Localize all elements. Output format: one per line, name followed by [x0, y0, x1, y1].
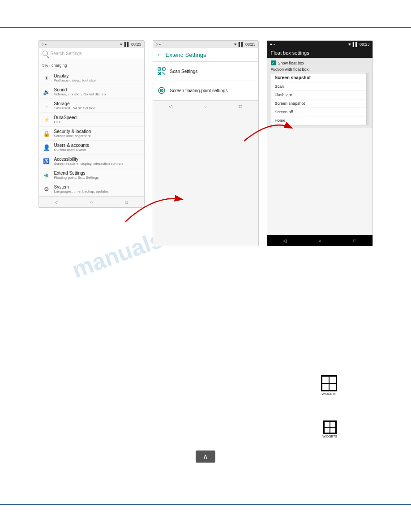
- show-float-row: ✓ Show float box: [271, 60, 369, 65]
- phone2-status-right: ✶ ▌▌ 08:23: [234, 42, 255, 47]
- float-list-item-scan[interactable]: Scan: [271, 82, 368, 91]
- widget-cell: [322, 384, 329, 390]
- search-icon: [43, 51, 48, 56]
- phone2-nav-bar: ◁ ○ □: [153, 100, 258, 112]
- duraspeed-sub: OFF: [54, 120, 141, 124]
- security-sub: Screen lock; fingerprint: [54, 134, 141, 138]
- sound-icon: 🔉: [43, 88, 51, 96]
- display-icon: ☀: [43, 74, 51, 82]
- phone3-content: ✓ Show float box Fuction with float box:…: [267, 58, 372, 128]
- scroll-indicator: [366, 73, 368, 125]
- phone1-left-icon: ○ ▪: [42, 42, 47, 47]
- phone2-status-bar: ○ ▪ ✶ ▌▌ 08:23: [153, 41, 258, 48]
- phone2-status-left: ○ ▪: [156, 42, 161, 47]
- back-arrow-icon[interactable]: ←: [157, 51, 163, 58]
- duraspeed-title: DuraSpeed: [54, 115, 141, 120]
- settings-item-security[interactable]: 🔒 Security & location Screen lock; finge…: [39, 127, 144, 141]
- phone1-status-left: ○ ▪: [42, 42, 47, 47]
- phone2-home-btn[interactable]: ○: [202, 103, 209, 109]
- float-list-item-screen-off[interactable]: Screen off: [271, 108, 368, 116]
- widget-cell: [330, 428, 335, 433]
- phone3-left-icon: ● ▪: [270, 42, 275, 47]
- widget-icon-1[interactable]: WIDGETS: [321, 375, 337, 395]
- users-icon: 👤: [43, 143, 51, 151]
- phone2-recents-btn[interactable]: □: [237, 103, 244, 109]
- phone3-back-btn[interactable]: ◁: [282, 237, 288, 244]
- show-float-label: Show float box: [278, 61, 304, 65]
- phone2-left-icon: ○ ▪: [156, 42, 161, 47]
- settings-item-extend[interactable]: ⊕ Extend Settings Floating-point, Sc... …: [39, 168, 144, 182]
- security-title: Security & location: [54, 129, 141, 134]
- charging-status: 5% · charging: [39, 59, 144, 71]
- display-sub: Wallpaper, sleep, font size: [54, 78, 141, 82]
- extend-item-scan[interactable]: Scan Settings: [153, 62, 258, 81]
- float-list-item-flashlight[interactable]: Flashlight: [271, 91, 368, 99]
- phone3-status-bar: ● ▪ ✶ ▌▌ 08:23: [267, 41, 372, 48]
- scroll-up-button[interactable]: ∧: [196, 450, 215, 463]
- sound-title: Sound: [54, 87, 141, 92]
- show-float-checkbox[interactable]: ✓: [271, 60, 276, 65]
- widget-cell: [330, 384, 336, 390]
- phone3-status-left: ● ▪: [270, 42, 275, 47]
- extend-title: Extend Settings: [54, 171, 141, 176]
- widget-cell: [322, 377, 329, 383]
- extend-item-float[interactable]: Screen floating-point settings: [153, 81, 258, 100]
- svg-rect-3: [159, 69, 160, 69]
- phone1-search-bar[interactable]: Search Settings: [39, 48, 144, 59]
- security-icon: 🔒: [43, 129, 51, 137]
- settings-item-accessibility[interactable]: ♿ Accessibility Screen readers, display,…: [39, 154, 144, 168]
- scan-settings-label: Scan Settings: [170, 69, 198, 74]
- top-decorative-line: [0, 27, 411, 28]
- phone1-home-btn[interactable]: ○: [88, 199, 94, 205]
- svg-line-6: [163, 72, 165, 75]
- accessibility-title: Accessibility: [54, 157, 141, 162]
- accessibility-icon: ♿: [43, 157, 51, 165]
- display-title: Display: [54, 73, 141, 78]
- phone1-back-btn[interactable]: ◁: [53, 199, 60, 205]
- duraspeed-icon: ⚡: [43, 116, 51, 124]
- settings-item-display[interactable]: ☀ Display Wallpaper, sleep, font size: [39, 71, 144, 85]
- float-list: Screen snapshot Scan Flashlight Screen s…: [271, 73, 369, 125]
- storage-icon: ≡: [43, 102, 51, 110]
- widget-icon-2[interactable]: WIDGETS: [322, 420, 337, 438]
- widget-cell: [325, 428, 330, 433]
- settings-item-duraspeed[interactable]: ⚡ DuraSpeed OFF: [39, 113, 144, 127]
- float-list-item-home[interactable]: Home: [271, 116, 368, 125]
- system-icon: ⚙: [43, 185, 51, 193]
- phone3-header: Float box settings: [267, 48, 372, 58]
- phone3-screen: ● ▪ ✶ ▌▌ 08:23 Float box settings ✓ Show…: [267, 40, 373, 246]
- phone3-recents-btn[interactable]: □: [351, 237, 358, 244]
- phone3-home-btn[interactable]: ○: [317, 237, 323, 244]
- settings-item-sound[interactable]: 🔉 Sound Volume, vibration, Do not distur…: [39, 85, 144, 99]
- float-list-item-screen-snapshot[interactable]: Screen snapshot: [271, 73, 368, 82]
- sound-sub: Volume, vibration, Do not disturb: [54, 92, 141, 96]
- accessibility-sub: Screen readers, display, interaction con…: [54, 162, 141, 166]
- float-settings-icon: [157, 86, 167, 95]
- scan-icon: [157, 66, 167, 76]
- widget-grid-2: [323, 420, 337, 434]
- extend-sub: Floating-point, Sc... Settings: [54, 176, 141, 180]
- extend-icon: ⊕: [43, 171, 51, 179]
- widget-cell: [330, 377, 336, 383]
- float-box-title: Float box settings: [271, 50, 369, 56]
- settings-item-storage[interactable]: ≡ Storage 14% used · 54.82 GB free: [39, 99, 144, 113]
- function-label: Fuction with float box:: [271, 67, 369, 72]
- users-title: Users & accounts: [54, 143, 141, 148]
- phone1-status-right: ✶ ▌▌ 08:23: [120, 42, 141, 47]
- system-title: System: [54, 184, 141, 189]
- settings-item-system[interactable]: ⚙ System Languages, time, backup, update…: [39, 182, 144, 196]
- phone1-recents-btn[interactable]: □: [123, 199, 129, 205]
- phone2-back-btn[interactable]: ◁: [167, 103, 174, 109]
- phone2-screen: ○ ▪ ✶ ▌▌ 08:23 ← Extend Settings: [153, 40, 259, 246]
- phone2-items-list: Scan Settings Screen floating-point sett…: [153, 62, 258, 100]
- svg-rect-4: [163, 69, 164, 69]
- widget-label-1: WIDGETS: [322, 392, 337, 395]
- settings-item-users[interactable]: 👤 Users & accounts Current user: Owner: [39, 141, 144, 154]
- widget-cell: [325, 422, 330, 427]
- users-sub: Current user: Owner: [54, 148, 141, 152]
- search-placeholder: Search Settings: [51, 51, 82, 56]
- float-settings-label: Screen floating-point settings: [170, 88, 228, 93]
- widget-label-2: WIDGETS: [322, 435, 337, 438]
- phone2-header: ← Extend Settings: [153, 48, 258, 62]
- float-list-item-screen-snapshot2[interactable]: Screen snapshot: [271, 99, 368, 108]
